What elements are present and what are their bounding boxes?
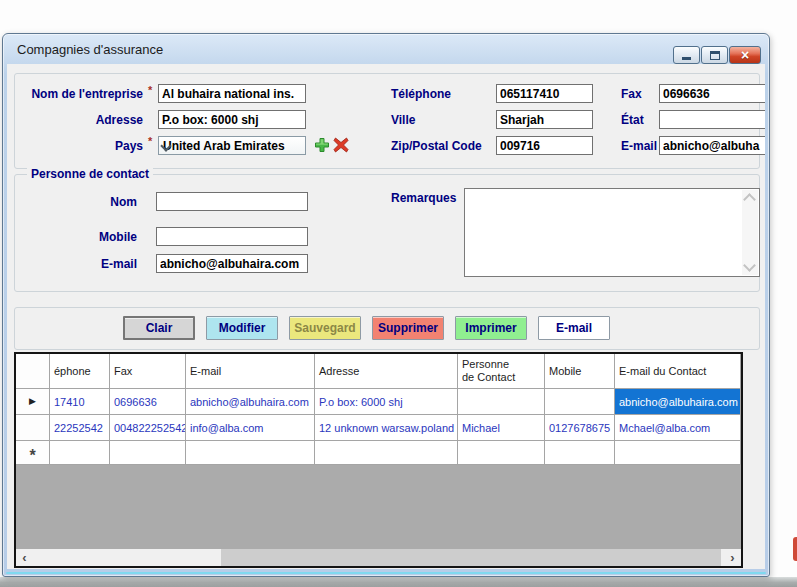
save-button[interactable]: Sauvegard xyxy=(289,316,361,340)
column-header[interactable]: E-mail du Contact xyxy=(615,354,741,388)
grid-cell[interactable]: Mchael@alba.com xyxy=(615,415,741,440)
contact-email-input[interactable] xyxy=(156,254,308,273)
email-input[interactable] xyxy=(659,136,765,155)
grid-cell[interactable] xyxy=(615,441,741,464)
background-window-strip xyxy=(0,577,797,587)
address-label: Adresse xyxy=(13,113,143,127)
remarks-scrollbar[interactable] xyxy=(742,190,758,275)
city-input[interactable] xyxy=(496,110,593,129)
grid-horizontal-scrollbar[interactable]: ‹ › xyxy=(16,549,741,566)
table-row: * xyxy=(16,441,741,465)
column-header[interactable]: Personne de Contact xyxy=(458,354,545,388)
grid-cell[interactable]: abnicho@albuhaira.com xyxy=(615,389,741,414)
grid-cell[interactable] xyxy=(186,441,315,464)
state-label: État xyxy=(621,113,661,127)
action-buttons-row: ClairModifierSauvegardSupprimerImprimerE… xyxy=(123,316,610,340)
scroll-left-button[interactable]: ‹ xyxy=(16,549,33,566)
grid-cell[interactable]: 22252542 xyxy=(50,415,110,440)
grid-corner-cell xyxy=(16,354,50,388)
grid-cell[interactable]: Michael xyxy=(458,415,545,440)
window-controls: × xyxy=(673,46,761,64)
required-asterisk: * xyxy=(148,84,152,96)
minimize-icon xyxy=(682,57,691,60)
contact-name-input[interactable] xyxy=(156,192,308,211)
maximize-icon xyxy=(710,51,720,60)
column-header[interactable]: Adresse xyxy=(315,354,458,388)
window-title: Compagnies d'assurance xyxy=(17,42,163,57)
column-header[interactable]: Fax xyxy=(110,354,186,388)
contact-mobile-input[interactable] xyxy=(156,227,308,246)
required-asterisk: * xyxy=(148,135,152,147)
fax-label: Fax xyxy=(621,87,661,101)
table-row: 22252542004822252542info@alba.com12 unkn… xyxy=(16,415,741,441)
grid-cell[interactable]: 12 unknown warsaw.poland xyxy=(315,415,458,440)
grid-body: ▶174100696636abnicho@albuhaira.comP.o bo… xyxy=(16,389,741,465)
contact-mobile-label: Mobile xyxy=(13,230,137,244)
zip-input[interactable] xyxy=(496,136,593,155)
remarks-textarea[interactable] xyxy=(464,188,760,277)
grid-cell[interactable]: P.o box: 6000 shj xyxy=(315,389,458,414)
grid-header-row: éphoneFaxE-mailAdressePersonne de Contac… xyxy=(16,354,741,389)
delete-country-button[interactable] xyxy=(333,137,349,153)
new-row-indicator[interactable]: * xyxy=(16,441,50,464)
grid-cell[interactable]: abnicho@albuhaira.com xyxy=(186,389,315,414)
chevron-right-icon: › xyxy=(730,550,734,565)
fax-input[interactable] xyxy=(659,84,765,103)
company-name-label: Nom de l'entreprise xyxy=(13,87,143,101)
row-header[interactable] xyxy=(16,415,50,440)
print-button[interactable]: Imprimer xyxy=(455,316,527,340)
green-plus-icon xyxy=(314,137,330,153)
chevron-up-icon xyxy=(743,193,756,206)
new-row-asterisk-icon: * xyxy=(29,448,35,464)
company-name-input[interactable] xyxy=(158,84,306,103)
table-row: ▶174100696636abnicho@albuhaira.comP.o bo… xyxy=(16,389,741,415)
grid-cell[interactable] xyxy=(110,441,186,464)
grid-cell[interactable] xyxy=(458,441,545,464)
column-header[interactable]: Mobile xyxy=(545,354,615,388)
close-icon: × xyxy=(741,48,749,62)
grid-cell[interactable] xyxy=(545,441,615,464)
contact-email-label: E-mail xyxy=(13,257,137,271)
phone-input[interactable] xyxy=(496,84,593,103)
email-button[interactable]: E-mail xyxy=(538,316,610,340)
scrollbar-thumb[interactable] xyxy=(221,549,721,566)
contact-name-label: Nom xyxy=(13,195,137,209)
clear-button[interactable]: Clair xyxy=(123,316,195,340)
row-arrow-icon: ▶ xyxy=(29,397,36,406)
red-x-icon xyxy=(333,137,349,153)
contact-group-title: Personne de contact xyxy=(27,167,153,181)
zip-label: Zip/Postal Code xyxy=(391,139,494,153)
column-header[interactable]: E-mail xyxy=(186,354,315,388)
grid-cell[interactable] xyxy=(315,441,458,464)
maximize-button[interactable] xyxy=(701,46,728,64)
grid-cell[interactable]: 004822252542 xyxy=(110,415,186,440)
current-row-indicator[interactable]: ▶ xyxy=(16,389,50,414)
column-header[interactable]: éphone xyxy=(50,354,110,388)
close-button[interactable]: × xyxy=(729,46,761,64)
email-label: E-mail xyxy=(621,139,661,153)
grid-cell[interactable]: info@alba.com xyxy=(186,415,315,440)
country-label: Pays xyxy=(13,139,143,153)
chevron-left-icon: ‹ xyxy=(22,550,26,565)
state-input[interactable] xyxy=(659,110,765,129)
country-dropdown[interactable]: United Arab Emirates xyxy=(158,136,306,155)
titlebar[interactable]: Compagnies d'assurance × xyxy=(3,34,769,64)
app-window: Compagnies d'assurance × Nom de l'entrep… xyxy=(2,33,770,577)
chevron-down-icon xyxy=(743,259,756,272)
scroll-right-button[interactable]: › xyxy=(724,549,741,566)
minimize-button[interactable] xyxy=(673,46,700,64)
client-area: Nom de l'entreprise * Adresse Pays * Uni… xyxy=(7,64,765,569)
grid-cell[interactable] xyxy=(458,389,545,414)
grid-cell[interactable]: 17410 xyxy=(50,389,110,414)
grid-cell[interactable] xyxy=(545,389,615,414)
modify-button[interactable]: Modifier xyxy=(206,316,278,340)
grid-cell[interactable]: 0696636 xyxy=(110,389,186,414)
country-selected-value: United Arab Emirates xyxy=(163,139,285,153)
grid-cell[interactable]: 0127678675 xyxy=(545,415,615,440)
add-country-button[interactable] xyxy=(314,137,330,153)
delete-button[interactable]: Supprimer xyxy=(372,316,444,340)
data-grid: éphoneFaxE-mailAdressePersonne de Contac… xyxy=(14,352,743,568)
city-label: Ville xyxy=(391,113,491,127)
grid-cell[interactable] xyxy=(50,441,110,464)
address-input[interactable] xyxy=(158,110,306,129)
